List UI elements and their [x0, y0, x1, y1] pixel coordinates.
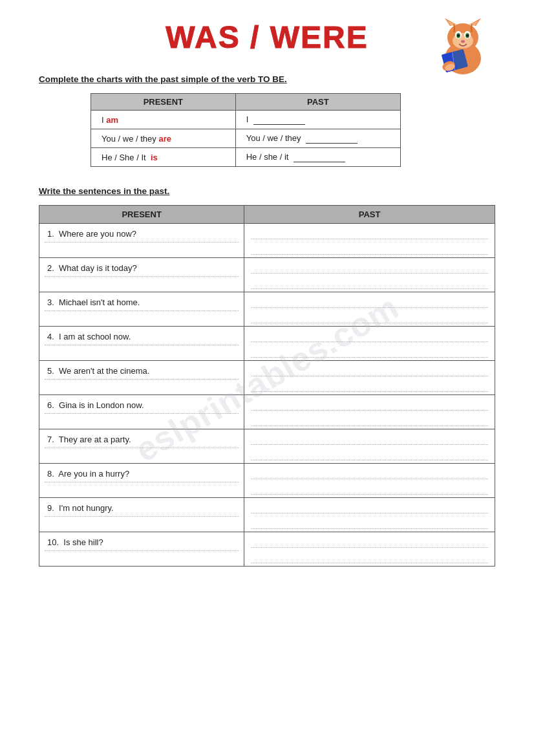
instruction-2-text: Write the sentences in the past. [39, 186, 495, 196]
sentence-dotline-4 [45, 345, 239, 345]
sentence-text-10: 10. Is she hill? [39, 532, 244, 550]
past-dots-top-2 [251, 262, 488, 274]
instruction-1-text: Complete the charts with the past simple… [39, 74, 495, 84]
chart1-past-2: You / we / they [235, 129, 400, 148]
chart1-row-1: I am I [91, 111, 401, 129]
sentence-row-2: 2. What day is it today? [39, 258, 495, 292]
past-dots-bot-9 [251, 517, 488, 529]
sentence-present-9: 9. I'm not hungry. [39, 498, 244, 532]
past-dots-bot-7 [251, 449, 488, 460]
sentence-past-1 [244, 224, 495, 258]
past-dots-top-8 [251, 468, 488, 479]
sentence-text-5: 5. We aren't at the cinema. [39, 361, 244, 379]
sentence-present-10: 10. Is she hill? [39, 532, 244, 567]
past-dots-top-7 [251, 433, 488, 445]
past-dots-top-1 [251, 228, 488, 239]
svg-point-12 [466, 34, 469, 37]
sentence-dotline-3 [45, 310, 239, 311]
sentence-present-4: 4. I am at school now. [39, 327, 244, 361]
past-dots-bot-1 [251, 243, 488, 255]
sentence-past-3 [244, 292, 495, 327]
sentence-past-4 [244, 327, 495, 361]
blank-were [306, 133, 358, 144]
sentence-dotline-1 [45, 242, 239, 243]
sentence-row-10: 10. Is she hill? [39, 532, 495, 567]
svg-point-13 [461, 40, 465, 43]
sentence-present-5: 5. We aren't at the cinema. [39, 361, 244, 395]
past-dots-bot-6 [251, 415, 488, 426]
garfield-mascot [431, 13, 495, 78]
past-dots-bot-10 [251, 552, 488, 563]
sentence-text-7: 7. They are at a party. [39, 429, 244, 448]
sentence-past-2 [244, 258, 495, 292]
sentence-dotline-7 [45, 448, 239, 448]
sentence-row-8: 8. Are you in a hurry? [39, 464, 495, 498]
sentence-dotline-2 [45, 276, 239, 277]
sentence-text-2: 2. What day is it today? [39, 258, 244, 276]
blank-was2 [294, 152, 345, 162]
sentence-dotline-5 [45, 379, 239, 380]
sentence-text-6: 6. Gina is in London now. [39, 395, 244, 413]
past-dots-bot-3 [251, 312, 488, 323]
sentence-row-3: 3. Michael isn't at home. [39, 292, 495, 327]
sentence-past-9 [244, 498, 495, 532]
sentence-text-1: 1. Where are you now? [39, 224, 244, 242]
verb-chart: PRESENT PAST I am I You / we / they are … [91, 93, 401, 167]
chart1-present-2: You / we / they are [91, 129, 236, 148]
instruction-section-2: Write the sentences in the past. PRESENT… [39, 186, 495, 567]
sentence-text-4: 4. I am at school now. [39, 327, 244, 345]
chart2-header-past: PAST [244, 206, 495, 224]
past-dots-top-6 [251, 399, 488, 411]
sentence-dotline-9 [45, 516, 239, 517]
chart1-header-past: PAST [235, 94, 400, 111]
chart1-present-1: I am [91, 111, 236, 129]
chart1-present-3: He / She / It is [91, 148, 236, 167]
sentence-row-4: 4. I am at school now. [39, 327, 495, 361]
past-dots-bot-4 [251, 346, 488, 358]
sentence-past-5 [244, 361, 495, 395]
sentence-dotline-8 [45, 482, 239, 482]
page-header: WAS / WERE [39, 19, 495, 55]
sentence-text-9: 9. I'm not hungry. [39, 498, 244, 516]
chart1-row-3: He / She / It is He / she / it [91, 148, 401, 167]
chart2-header-present: PRESENT [39, 206, 244, 224]
verb-are: are [158, 134, 171, 144]
sentence-row-1: 1. Where are you now? [39, 224, 495, 258]
past-dots-top-10 [251, 536, 488, 548]
sentence-present-7: 7. They are at a party. [39, 429, 244, 464]
past-dots-top-5 [251, 365, 488, 376]
blank-was [253, 114, 305, 125]
chart1-header-present: PRESENT [91, 94, 236, 111]
svg-point-11 [457, 34, 460, 37]
sentence-text-3: 3. Michael isn't at home. [39, 292, 244, 310]
page-title: WAS / WERE [166, 19, 368, 55]
sentence-present-3: 3. Michael isn't at home. [39, 292, 244, 327]
past-dots-top-9 [251, 502, 488, 513]
sentence-row-7: 7. They are at a party. [39, 429, 495, 464]
sentences-chart: PRESENT PAST 1. Where are you now? 2. Wh… [39, 205, 495, 567]
past-dots-top-4 [251, 330, 488, 342]
past-dots-bot-5 [251, 380, 488, 392]
sentence-row-9: 9. I'm not hungry. [39, 498, 495, 532]
past-dots-bot-8 [251, 483, 488, 495]
chart1-past-1: I [235, 111, 400, 129]
sentence-present-1: 1. Where are you now? [39, 224, 244, 258]
instruction-section-1: Complete the charts with the past simple… [39, 74, 495, 167]
sentence-present-8: 8. Are you in a hurry? [39, 464, 244, 498]
verb-is: is [151, 153, 158, 162]
sentence-row-6: 6. Gina is in London now. [39, 395, 495, 429]
chart1-past-3: He / she / it [235, 148, 400, 167]
sentence-past-8 [244, 464, 495, 498]
sentence-text-8: 8. Are you in a hurry? [39, 464, 244, 482]
sentence-present-2: 2. What day is it today? [39, 258, 244, 292]
sentence-row-5: 5. We aren't at the cinema. [39, 361, 495, 395]
past-dots-top-3 [251, 296, 488, 308]
past-dots-bot-2 [251, 277, 488, 289]
verb-am: am [106, 115, 118, 125]
sentence-dotline-6 [45, 413, 239, 414]
sentence-past-10 [244, 532, 495, 567]
chart1-row-2: You / we / they are You / we / they [91, 129, 401, 148]
sentence-past-6 [244, 395, 495, 429]
sentence-dotline-10 [45, 550, 239, 551]
sentence-past-7 [244, 429, 495, 464]
